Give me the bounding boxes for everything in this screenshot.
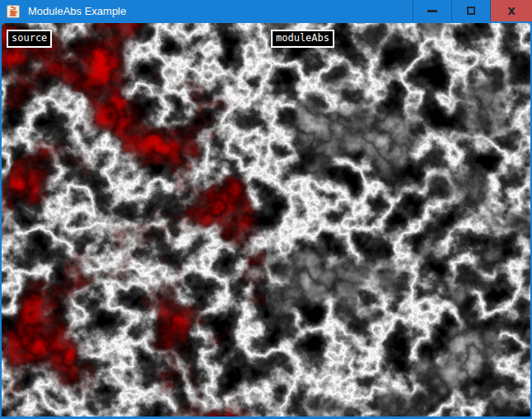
maximize-icon — [467, 7, 475, 15]
java-coffee-cup-icon — [7, 5, 20, 18]
maximize-button[interactable] — [451, 0, 490, 21]
app-window: ModuleAbs Example x — [0, 0, 532, 419]
source-image-label: source — [7, 30, 52, 48]
moduleabs-image-label: moduleAbs — [271, 30, 334, 48]
window-controls: x — [413, 0, 532, 21]
window-title: ModuleAbs Example — [28, 0, 126, 23]
render-area: source moduleAbs — [2, 23, 530, 417]
noise-texture-image — [2, 23, 530, 417]
minimize-button[interactable] — [413, 0, 451, 21]
close-button[interactable]: x — [490, 0, 532, 21]
titlebar[interactable]: ModuleAbs Example x — [0, 0, 532, 23]
minimize-icon — [427, 10, 437, 12]
close-icon: x — [507, 1, 516, 21]
